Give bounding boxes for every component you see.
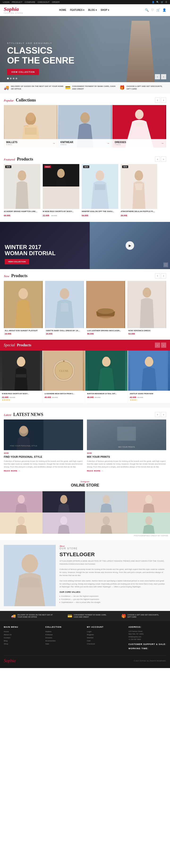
footer-acc-wishlist[interactable]: Wishlist [87,636,125,639]
popular-arrows: ‹ › [155,97,166,103]
video-play-button[interactable]: ▶ [125,241,134,250]
collection-knitwear[interactable]: KNITWEAR 3 items → [58,105,112,148]
footer-menu-contact[interactable]: Contact [4,636,41,639]
instagram-item-4[interactable] [128,491,170,513]
footer-coll-accessories[interactable]: Accessories [45,639,83,642]
news-1-read-more[interactable]: READ MORE → [4,470,83,472]
collection-wallets[interactable]: WALLETS 5 items → [4,105,58,148]
instagram-item-5[interactable] [0,513,42,534]
featured-product-1[interactable]: NEW ACADEMY BRAND HAMPTON LINE... 69.00$ [4,164,40,217]
instagram-item-7[interactable] [85,513,128,534]
news-next[interactable]: › [161,412,166,417]
instagram-item-2[interactable] [42,491,85,513]
featured-product-2[interactable]: SALE M MOB RIGO SHORTS BY BODY... 22.00$… [43,164,79,217]
footer-menu-shop[interactable]: Shop [4,642,41,645]
popular-section-header: Popular Collections ‹ › [0,93,170,105]
special-product-1[interactable]: M MOB RIGO SHORTS BY BODY... 22.00$ 36.0… [0,350,42,403]
footer-acc-checkout[interactable]: Checkout [87,642,125,645]
nav-person-icon[interactable]: 👤 [163,8,166,12]
info2-delivery-text: DELIVERY OF GOODS ON THE NEXT DAY ATYOUR… [17,614,53,618]
featured-prev[interactable]: ‹ [155,156,160,162]
special-product-3[interactable]: BURTON MENSWEAR 16 TEAL OAT... 49.00$ 66… [85,350,128,403]
instagram-item-6[interactable] [42,513,85,534]
svg-rect-15 [43,186,79,209]
nav-home[interactable]: HOME [59,9,66,11]
collection-dresses[interactable]: DRESSES 7 items → [112,105,166,148]
hero-cta-button[interactable]: VIEW COLLECTION [7,69,39,75]
featured-product-3[interactable]: NEW WINIFRP AVALON OFF THE SHOU... 54.00… [82,164,118,217]
news-1-image: FIND YOUR PERSONAL STYLE [4,420,83,450]
hero-dot-3[interactable] [13,78,15,79]
svg-point-6 [81,112,89,120]
user-icon[interactable]: 👤 [152,1,154,3]
special-product-4[interactable]: ANATOJF JEANS FROM NOW 42.00$ 49.00$ ★★★… [128,350,170,403]
popular-prev[interactable]: ‹ [155,97,160,103]
instagram-item-8[interactable] [128,513,170,534]
special-prev[interactable]: ‹ [155,343,160,348]
footer-coll-sale[interactable]: Sale [45,642,83,645]
footer-bottom: Sophia © 2017 SOPHIA. ALL RIGHTS RESERVE… [4,655,166,663]
nav-shop[interactable]: SHOP ▾ [101,9,109,11]
nav-features[interactable]: FEATURES ▾ [70,9,85,11]
footer-support-title: CUSTOMER SUPPORT & SALE: [129,643,166,645]
new-product-2-price: 24.00$ [45,333,84,335]
product-4-price: 28.00$ [121,213,157,217]
svg-point-9 [136,110,143,117]
info-strip-2: 🚚 DELIVERY OF GOODS ON THE NEXT DAY ATYO… [0,611,170,621]
new-product-2[interactable]: ODETTE BABY DOLL DRESS BY JA... 24.00$ [45,281,84,335]
news-article-2: MIX YOUR PRINTS 10:00 MIX YOUR PRINTS Co… [87,420,166,472]
nav-blog[interactable]: BLOG ▾ [88,9,97,11]
footer-coll-dresses[interactable]: Dresses [45,636,83,639]
journal-body-2: Collection of famous genuinely known for… [59,568,166,577]
video-cta-button[interactable]: VIEW COLLECTION [5,259,29,265]
special-next[interactable]: › [161,343,166,348]
journal-inner: About OUR STORE STYLELOGER STYLELOGER OF… [4,545,166,606]
cart-icon[interactable]: 🛒 [161,1,163,3]
news-2-read-more[interactable]: READ MORE → [87,470,166,472]
new-prev[interactable]: ‹ [155,273,160,279]
hamburger-icon[interactable]: ☰ [165,1,167,3]
search-icon[interactable]: 🔍 [156,1,159,3]
nav-cart-icon[interactable]: 🛒 [156,8,160,12]
nav-search-icon[interactable]: 🔍 [145,8,149,12]
vid-fullscreen-icon[interactable]: ⛶ [163,262,168,267]
checkout-link[interactable]: CHECKOUT [37,1,50,3]
footer-acc-login[interactable]: Login [87,630,125,633]
order-link[interactable]: ORDER [52,1,60,3]
login-link[interactable]: LOGIN [3,1,9,3]
hero-prev-button[interactable]: ‹ [155,74,160,79]
new-product-3[interactable]: LUX LEATHER DRIVING MOCCASIN... 98.00$ [86,281,125,335]
new-next[interactable]: › [161,273,166,279]
footer-menu-home[interactable]: Home [4,630,41,633]
footer-coll-wallets[interactable]: Wallets [45,630,83,633]
news-prev[interactable]: ‹ [155,412,160,417]
footer-menu-about[interactable]: About Us [4,633,41,636]
hero-next-button[interactable]: › [161,74,166,79]
compare-link[interactable]: COMPARE [25,1,35,3]
svg-point-13 [18,170,26,178]
svg-point-56 [20,426,28,434]
product-4-image: NEW [121,164,157,209]
footer-menu-blog[interactable]: Blog [4,639,41,642]
instagram-item-3[interactable] [85,491,128,513]
new-product-4[interactable]: NOW VERONICA DRESS 54.00$ [128,281,166,335]
logo[interactable]: Sophia FASHION STORE [4,6,23,14]
hero-dot-4[interactable] [16,78,17,79]
news-section-title: Latest LATEST NEWS [4,412,43,417]
footer-acc-cart[interactable]: Cart [87,639,125,642]
hero-dot-2[interactable] [10,78,11,79]
featured-next[interactable]: › [161,156,166,162]
svg-point-30 [60,288,68,296]
nav-wishlist-icon[interactable]: ♡ [151,8,154,12]
instagram-item-1[interactable] [0,491,42,513]
new-product-1[interactable]: ALL ABOUT EVE SUNSET PLAYSUIT 24.00$ [4,281,43,335]
video-right-panel: ▶ ⛶ [90,222,170,269]
special-product-2[interactable]: CLUSE LA BOHEME MESH WATCH FROM C... 45.… [43,350,85,403]
product-link[interactable]: PRODUCT [12,1,22,3]
featured-product-4[interactable]: NEW ATMOSPHERE DELILAH RUFFLE PL... 28.0… [121,164,157,217]
hero-dot-1[interactable] [7,78,9,79]
delivery-icon-2: 🚚 [11,614,16,618]
footer-coll-knitwear[interactable]: Knitwear [45,633,83,636]
popular-next[interactable]: › [161,97,166,103]
footer-acc-register[interactable]: Register [87,633,125,636]
